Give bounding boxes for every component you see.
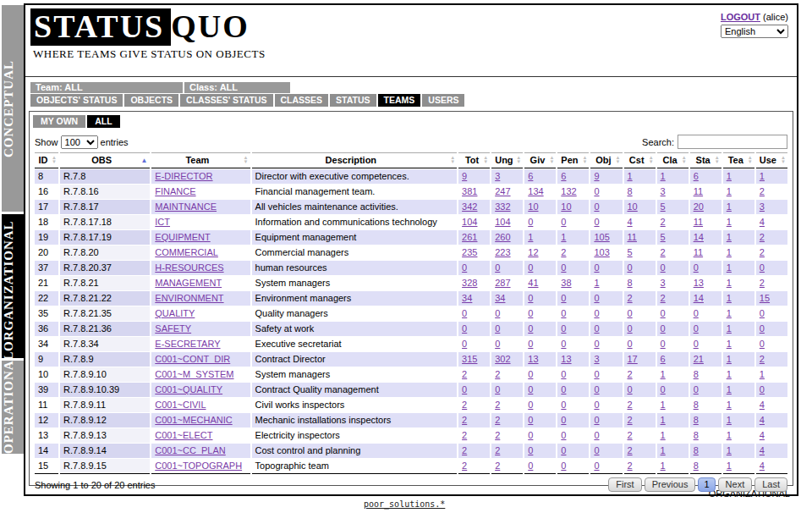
count-link[interactable]: 0 <box>760 323 765 334</box>
count-link[interactable]: 104 <box>495 217 510 227</box>
count-link[interactable]: 247 <box>495 186 510 196</box>
page-button-1[interactable]: 1 <box>698 477 715 492</box>
count-link[interactable]: 14 <box>694 293 704 303</box>
count-link[interactable]: 0 <box>760 384 765 394</box>
count-link[interactable]: 342 <box>462 201 477 212</box>
count-link[interactable]: 0 <box>661 308 666 318</box>
count-link[interactable]: 0 <box>528 293 533 303</box>
count-link[interactable]: 2 <box>462 369 467 379</box>
count-link[interactable]: 0 <box>528 384 533 394</box>
count-link[interactable]: 2 <box>495 430 500 440</box>
column-header-ung[interactable]: Ung▲▼ <box>491 152 523 168</box>
count-link[interactable]: 15 <box>760 293 770 303</box>
count-link[interactable]: 1 <box>727 232 732 242</box>
count-link[interactable]: 0 <box>594 323 599 334</box>
sidebar-item-operational[interactable]: OPERATIONAL <box>2 361 24 454</box>
count-link[interactable]: 4 <box>760 461 765 471</box>
count-link[interactable]: 2 <box>628 445 633 455</box>
count-link[interactable]: 1 <box>727 201 732 212</box>
count-link[interactable]: 1 <box>727 384 732 394</box>
count-link[interactable]: 0 <box>495 323 500 334</box>
count-link[interactable]: 1 <box>727 293 732 303</box>
count-link[interactable]: 0 <box>594 217 599 227</box>
column-header-cla[interactable]: Cla▲▼ <box>657 152 689 168</box>
count-link[interactable]: 2 <box>628 293 633 303</box>
count-link[interactable]: 0 <box>661 323 666 334</box>
count-link[interactable]: 9 <box>462 171 467 181</box>
count-link[interactable]: 1 <box>760 171 765 181</box>
count-link[interactable]: 0 <box>594 201 599 212</box>
count-link[interactable]: 0 <box>528 217 533 227</box>
count-link[interactable]: 0 <box>594 445 599 455</box>
count-link[interactable]: 1 <box>628 171 633 181</box>
count-link[interactable]: 0 <box>528 415 533 425</box>
count-link[interactable]: 1 <box>727 430 732 440</box>
page-button-first[interactable]: First <box>608 477 641 492</box>
team-link[interactable]: C001~M_SYSTEM <box>155 369 233 379</box>
count-link[interactable]: 34 <box>462 293 472 303</box>
count-link[interactable]: 381 <box>462 186 477 196</box>
count-link[interactable]: 1 <box>727 247 732 257</box>
count-link[interactable]: 2 <box>495 369 500 379</box>
count-link[interactable]: 1 <box>594 278 599 288</box>
count-link[interactable]: 0 <box>528 461 533 471</box>
count-link[interactable]: 3 <box>661 186 666 196</box>
count-link[interactable]: 0 <box>462 384 467 394</box>
count-link[interactable]: 261 <box>462 232 477 242</box>
team-link[interactable]: QUALITY <box>155 308 195 318</box>
count-link[interactable]: 8 <box>694 430 699 440</box>
count-link[interactable]: 315 <box>462 354 477 364</box>
count-link[interactable]: 0 <box>528 262 533 273</box>
count-link[interactable]: 2 <box>462 400 467 410</box>
count-link[interactable]: 1 <box>727 415 732 425</box>
count-link[interactable]: 1 <box>727 278 732 288</box>
team-link[interactable]: C001~TOPOGRAPH <box>155 461 242 471</box>
team-link[interactable]: C001~QUALITY <box>155 384 222 394</box>
count-link[interactable]: 103 <box>594 247 609 257</box>
count-link[interactable]: 1 <box>727 217 732 227</box>
column-header-tot[interactable]: Tot▲▼ <box>458 152 490 168</box>
count-link[interactable]: 0 <box>661 339 666 349</box>
count-link[interactable]: 1 <box>661 400 666 410</box>
count-link[interactable]: 132 <box>561 186 576 196</box>
sidebar-item-conceptual[interactable]: CONCEPTUAL <box>2 5 24 212</box>
team-link[interactable]: ENVIRONMENT <box>155 293 223 303</box>
count-link[interactable]: 17 <box>628 354 638 364</box>
count-link[interactable]: 2 <box>661 293 666 303</box>
count-link[interactable]: 0 <box>462 262 467 273</box>
team-link[interactable]: E-SECRETARY <box>155 339 220 349</box>
count-link[interactable]: 0 <box>528 308 533 318</box>
count-link[interactable]: 2 <box>495 400 500 410</box>
count-link[interactable]: 5 <box>628 247 633 257</box>
count-link[interactable]: 2 <box>760 232 765 242</box>
tab-objects-status[interactable]: OBJECTS' STATUS <box>30 94 123 107</box>
team-link[interactable]: MANAGEMENT <box>155 278 222 288</box>
count-link[interactable]: 1 <box>561 232 566 242</box>
count-link[interactable]: 21 <box>694 354 704 364</box>
count-link[interactable]: 0 <box>760 308 765 318</box>
count-link[interactable]: 260 <box>495 232 510 242</box>
count-link[interactable]: 8 <box>628 278 633 288</box>
count-link[interactable]: 4 <box>760 217 765 227</box>
count-link[interactable]: 0 <box>495 339 500 349</box>
count-link[interactable]: 3 <box>760 201 765 212</box>
count-link[interactable]: 8 <box>694 415 699 425</box>
count-link[interactable]: 1 <box>661 369 666 379</box>
count-link[interactable]: 105 <box>594 232 609 242</box>
tab-teams[interactable]: TEAMS <box>378 94 421 107</box>
page-button-last[interactable]: Last <box>754 477 787 492</box>
count-link[interactable]: 0 <box>694 262 699 273</box>
count-link[interactable]: 1 <box>727 461 732 471</box>
team-link[interactable]: C001~ELECT <box>155 430 212 440</box>
count-link[interactable]: 328 <box>462 278 477 288</box>
count-link[interactable]: 13 <box>528 354 538 364</box>
language-select[interactable]: English <box>721 25 788 38</box>
column-header-description[interactable]: Description▲▼ <box>252 152 458 168</box>
count-link[interactable]: 13 <box>694 278 704 288</box>
count-link[interactable]: 12 <box>528 247 538 257</box>
count-link[interactable]: 0 <box>495 384 500 394</box>
count-link[interactable]: 0 <box>561 217 566 227</box>
count-link[interactable]: 4 <box>760 445 765 455</box>
count-link[interactable]: 6 <box>694 171 699 181</box>
count-link[interactable]: 0 <box>561 430 566 440</box>
